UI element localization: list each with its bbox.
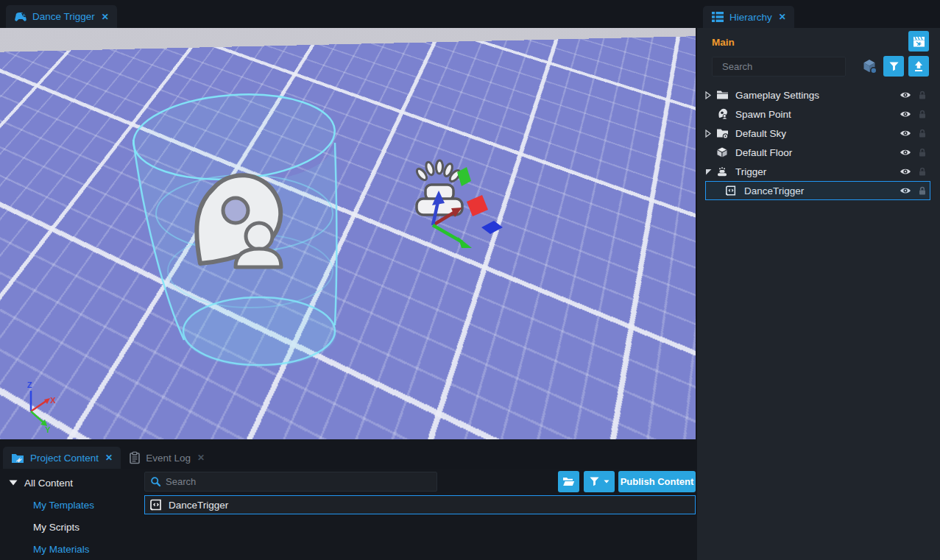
lock-icon[interactable]: [917, 185, 927, 196]
close-icon[interactable]: ✕: [197, 453, 205, 463]
scene-name-label: Main: [712, 37, 735, 48]
upload-icon: [913, 60, 925, 72]
tab-event-log[interactable]: Event Log ✕: [121, 447, 213, 469]
hierarchy-row-dancetrigger[interactable]: DanceTrigger: [697, 181, 940, 200]
tree-item-label: My Materials: [33, 544, 90, 555]
hierarchy-row-gameplay-settings[interactable]: Gameplay Settings: [697, 85, 940, 104]
bottom-tab-strip: Project Content ✕ Event Log ✕: [0, 447, 697, 469]
tree-item-label: All Content: [24, 478, 73, 489]
open-folder-icon: [562, 476, 575, 487]
scene-viewport[interactable]: Z X Y: [0, 28, 696, 439]
gamepad-icon: [14, 10, 27, 24]
network-context-icon[interactable]: [861, 58, 877, 74]
cube-icon: [716, 146, 729, 158]
tree-item-my-scripts[interactable]: My Scripts: [33, 519, 79, 535]
asset-label: DanceTrigger: [169, 500, 228, 511]
axis-y-label: Y: [45, 425, 51, 434]
visibility-eye-icon[interactable]: [900, 166, 911, 177]
spawn-point-icon: [716, 108, 729, 120]
script-icon: [149, 498, 163, 511]
tab-label: Event Log: [146, 453, 191, 464]
visibility-eye-icon[interactable]: [900, 127, 911, 139]
visibility-eye-icon[interactable]: [900, 108, 911, 120]
hierarchy-search[interactable]: [712, 57, 846, 77]
chevron-right-icon[interactable]: [705, 130, 716, 138]
lock-icon[interactable]: [917, 128, 927, 138]
tab-label: Project Content: [30, 453, 99, 464]
folder-gear-icon: [716, 128, 729, 139]
lock-icon[interactable]: [917, 147, 927, 157]
tree-item-my-templates[interactable]: My Templates: [33, 497, 94, 513]
tree-item-label: My Templates: [33, 500, 94, 511]
filter-funnel-icon: [888, 61, 900, 72]
gizmo-plane-blue[interactable]: [481, 221, 503, 234]
editor-window: Dance Trigger ✕: [0, 0, 940, 560]
tab-label: Dance Trigger: [32, 11, 95, 22]
tab-dance-trigger[interactable]: Dance Trigger ✕: [6, 5, 117, 28]
tree-item-my-materials[interactable]: My Materials: [33, 541, 90, 557]
filter-funnel-icon: [589, 476, 600, 487]
search-input[interactable]: [166, 476, 431, 487]
viewport-tab-strip: Dance Trigger ✕: [0, 0, 697, 28]
content-filter-button[interactable]: [584, 471, 615, 492]
hierarchy-row-spawn-point[interactable]: Spawn Point: [697, 104, 940, 124]
caret-down-icon: [604, 480, 609, 483]
hierarchy-panel: Hierarchy ✕ Main: [697, 0, 940, 560]
axis-z-label: Z: [27, 380, 32, 389]
hierarchy-icon: [711, 10, 724, 24]
hierarchy-filter-button[interactable]: [883, 56, 904, 77]
trigger-cake-icon[interactable]: [415, 160, 462, 215]
close-icon[interactable]: ✕: [105, 453, 113, 463]
project-content-panel: All Content My Templates My Scripts My M…: [0, 469, 697, 560]
folder-icon: [716, 90, 729, 100]
close-icon[interactable]: ✕: [779, 12, 786, 22]
clapperboard-icon: [913, 35, 925, 48]
hierarchy-row-trigger[interactable]: Trigger: [697, 162, 940, 181]
hierarchy-body: Main: [697, 28, 940, 560]
chevron-expanded-icon[interactable]: [705, 169, 716, 175]
script-icon: [725, 185, 738, 196]
publish-content-button[interactable]: Publish Content: [618, 471, 696, 492]
project-content-icon: [11, 452, 25, 464]
lock-icon[interactable]: [917, 109, 927, 119]
hierarchy-tab-strip: Hierarchy ✕: [697, 0, 940, 28]
tab-hierarchy[interactable]: Hierarchy ✕: [703, 6, 794, 28]
lock-icon[interactable]: [917, 90, 927, 100]
close-icon[interactable]: ✕: [102, 12, 109, 22]
visibility-eye-icon[interactable]: [900, 146, 911, 158]
left-region: Dance Trigger ✕: [0, 0, 697, 560]
lock-icon[interactable]: [917, 166, 927, 177]
search-input[interactable]: [722, 61, 852, 72]
scene-settings-button[interactable]: [908, 31, 929, 52]
search-icon: [150, 476, 161, 487]
content-tree: All Content My Templates My Scripts My M…: [0, 469, 144, 560]
export-button[interactable]: [908, 56, 929, 77]
axis-indicator: Z X Y: [27, 380, 56, 434]
trigger-cake-icon: [716, 166, 729, 177]
visibility-eye-icon[interactable]: [900, 89, 911, 101]
gizmo-axis-green[interactable]: [433, 225, 462, 242]
content-search[interactable]: [144, 472, 437, 492]
chevron-down-icon: [9, 479, 18, 486]
scene-overlay: Z X Y: [0, 28, 696, 439]
event-log-icon: [129, 451, 141, 464]
visibility-eye-icon[interactable]: [900, 185, 911, 196]
open-folder-button[interactable]: [558, 471, 579, 492]
asset-row-dancetrigger[interactable]: DanceTrigger: [144, 495, 696, 514]
gizmo-plane-red[interactable]: [467, 195, 488, 216]
hierarchy-row-default-sky[interactable]: Default Sky: [697, 124, 940, 143]
hierarchy-tree: Gameplay Settings: [697, 85, 940, 200]
tree-item-all-content[interactable]: All Content: [9, 475, 73, 491]
content-main: Publish Content DanceTrigger: [144, 469, 696, 560]
chevron-right-icon[interactable]: [705, 91, 716, 99]
tab-label: Hierarchy: [729, 12, 772, 23]
axis-x-label: X: [50, 396, 56, 405]
tree-item-label: My Scripts: [33, 522, 79, 533]
hierarchy-row-default-floor[interactable]: Default Floor: [697, 143, 940, 162]
tab-project-content[interactable]: Project Content ✕: [3, 447, 121, 469]
